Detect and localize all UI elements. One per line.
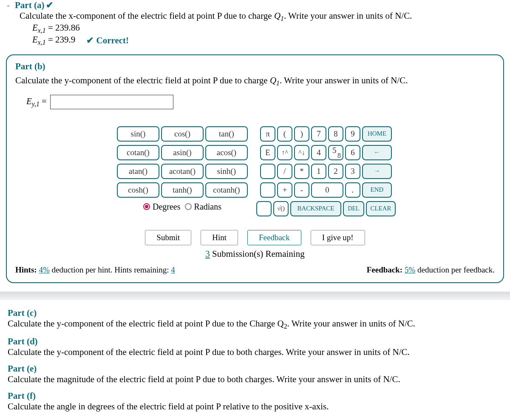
key-5-main: 5 — [332, 146, 337, 155]
key-8[interactable]: 8 — [328, 126, 343, 142]
pc-sub: 2 — [284, 323, 287, 330]
key-5[interactable]: 58 — [328, 145, 343, 160]
feedback-button[interactable]: Feedback — [247, 230, 301, 245]
key-cotanh[interactable]: cotanh() — [205, 182, 248, 198]
key-dot[interactable]: . — [345, 182, 360, 198]
part-e[interactable]: Part (e) Calculate the magnitude of the … — [8, 363, 502, 385]
key-blank1[interactable] — [260, 164, 275, 179]
key-backspace[interactable]: BACKSPACE — [290, 201, 341, 216]
key-7[interactable]: 7 — [311, 126, 326, 142]
subs-count: 3 — [205, 249, 210, 259]
part-a-answer1: Ex,1 = 239.86 — [32, 23, 506, 34]
hints-rest: deduction per hint. Hints remaining: — [52, 265, 171, 274]
check-icon: ✔ — [46, 0, 54, 11]
key-4[interactable]: 4 — [311, 145, 326, 160]
key-sinh[interactable]: sinh() — [205, 164, 248, 179]
key-9[interactable]: 9 — [345, 126, 360, 142]
part-c-label: Part (c) — [8, 308, 502, 318]
part-a-charge: Q — [274, 11, 280, 21]
correct-text: Correct! — [96, 35, 129, 45]
calculator: sin() cos() tan() cotan() asin() acos() … — [15, 126, 495, 259]
key-acotan[interactable]: acotan() — [161, 164, 204, 179]
part-a-answer2: Ex,1 = 239.9 ✔ Correct! — [32, 34, 506, 46]
part-e-label: Part (e) — [8, 363, 502, 374]
part-f-label: Part (f) — [8, 391, 502, 401]
key-del[interactable]: DEL — [343, 201, 364, 216]
pa-val2: 239.9 — [55, 34, 75, 45]
label-radians: Radians — [194, 202, 221, 212]
key-end[interactable]: END — [362, 182, 392, 198]
part-a-prompt-pre: Calculate the x-component of the electri… — [20, 11, 274, 21]
giveup-button[interactable]: I give up! — [311, 230, 365, 245]
key-rparen[interactable]: ) — [294, 126, 309, 142]
key-0[interactable]: 0 — [311, 182, 343, 198]
key-cos[interactable]: cos() — [161, 126, 204, 142]
part-f-text: Calculate the angle in degrees of the el… — [8, 401, 502, 412]
key-blank2[interactable] — [260, 182, 275, 198]
part-a-header[interactable]: - Part (a) ✔ — [7, 0, 506, 11]
hints-info: Hints: 4% deduction per hint. Hints rema… — [15, 265, 175, 275]
radio-radians[interactable] — [185, 203, 192, 210]
key-e[interactable]: E — [260, 145, 275, 160]
key-star[interactable]: * — [294, 164, 309, 179]
pa-val1: 239.86 — [55, 23, 80, 33]
key-right[interactable]: → — [362, 164, 392, 179]
pa-varsub2: x,1 — [38, 39, 46, 46]
answer-input[interactable] — [50, 95, 173, 109]
part-d-label: Part (d) — [8, 336, 502, 347]
part-e-text: Calculate the magnitude of the electric … — [8, 374, 502, 385]
key-power-down[interactable]: ^↓ — [294, 145, 309, 160]
part-a-label: Part (a) — [15, 0, 44, 11]
part-f[interactable]: Part (f) Calculate the angle in degrees … — [8, 391, 502, 412]
fb-label: Feedback: — [367, 265, 405, 274]
key-sin[interactable]: sin() — [117, 126, 159, 142]
part-d[interactable]: Part (d) Calculate the y-component of th… — [8, 336, 502, 358]
key-sqrt[interactable]: √() — [273, 201, 289, 216]
radio-degrees[interactable] — [143, 203, 150, 210]
key-3[interactable]: 3 — [345, 164, 360, 179]
key-cosh[interactable]: cosh() — [117, 182, 159, 198]
hints-label: Hints: — [15, 265, 39, 274]
pb-var-sym: E — [26, 96, 32, 106]
key-left[interactable]: ← — [362, 145, 392, 160]
divider — [0, 292, 510, 300]
key-tan[interactable]: tan() — [205, 126, 248, 142]
key-cotan[interactable]: cotan() — [117, 145, 159, 160]
pc-pre: Calculate the y-component of the electri… — [8, 318, 284, 329]
collapse-icon[interactable]: - — [7, 0, 10, 11]
key-clear[interactable]: CLEAR — [366, 201, 396, 216]
pb-prompt-post: . Write your answer in units of N/C. — [280, 75, 408, 85]
key-2[interactable]: 2 — [328, 164, 343, 179]
part-a-prompt-post: . Write your answer in units of N/C. — [284, 11, 412, 21]
key-plus[interactable]: + — [277, 182, 292, 198]
hints-pct: 4% — [39, 265, 49, 274]
key-5-sub: 8 — [337, 152, 341, 159]
key-slash[interactable]: / — [277, 164, 292, 179]
key-asin[interactable]: asin() — [161, 145, 204, 160]
key-power-up[interactable]: ↑^ — [277, 145, 292, 160]
key-acos[interactable]: acos() — [205, 145, 248, 160]
pb-prompt-pre: Calculate the y-component of the electri… — [15, 75, 270, 85]
key-6[interactable]: 6 — [345, 145, 360, 160]
key-1[interactable]: 1 — [311, 164, 326, 179]
pb-charge: Q — [270, 75, 276, 85]
key-atan[interactable]: atan() — [117, 164, 159, 179]
pa-var2: E — [32, 34, 38, 45]
label-degrees: Degrees — [153, 202, 181, 212]
key-home[interactable]: HOME — [362, 126, 392, 142]
key-tanh[interactable]: tanh() — [161, 182, 204, 198]
pb-charge-sub: 1 — [276, 79, 280, 87]
part-c-text: Calculate the y-component of the electri… — [8, 318, 502, 330]
part-a-charge-sub: 1 — [280, 15, 284, 22]
key-lparen[interactable]: ( — [277, 126, 292, 142]
correct-label: ✔ Correct! — [86, 35, 129, 46]
pa-varsub1: x,1 — [38, 27, 46, 34]
key-blank3[interactable] — [256, 201, 272, 216]
key-minus[interactable]: - — [294, 182, 309, 198]
key-pi[interactable]: π — [260, 126, 275, 142]
part-b-label: Part (b) — [15, 61, 495, 72]
hints-remain: 4 — [171, 265, 175, 274]
part-c[interactable]: Part (c) Calculate the y-component of th… — [8, 308, 502, 330]
submit-button[interactable]: Submit — [145, 230, 191, 245]
hint-button[interactable]: Hint — [201, 230, 238, 245]
